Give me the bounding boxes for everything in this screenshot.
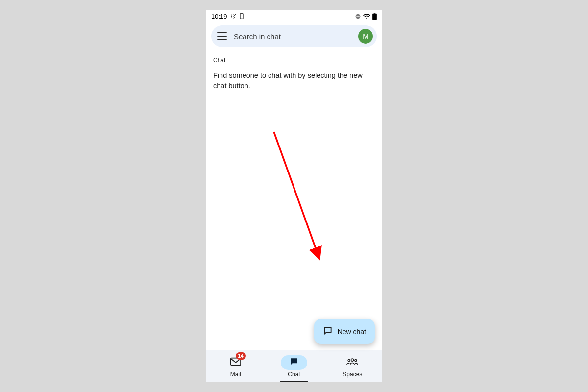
- svg-point-9: [351, 359, 354, 361]
- annotation-arrow: [206, 91, 382, 350]
- nav-chat-pill: [281, 355, 307, 370]
- search-placeholder: Search in chat: [234, 32, 351, 41]
- svg-rect-3: [356, 16, 360, 16]
- phone-frame: 10:19 Search in chat: [206, 10, 382, 382]
- empty-state-text: Find someone to chat with by selecting t…: [206, 66, 382, 91]
- svg-rect-4: [374, 13, 376, 14]
- chat-bubble-icon: [323, 326, 333, 337]
- dnd-icon: [355, 13, 361, 20]
- nav-spaces-pill: [339, 355, 366, 370]
- section-label: Chat: [206, 50, 382, 66]
- bottom-nav: 14 Mail Chat Spaces: [206, 350, 382, 382]
- new-chat-button[interactable]: New chat: [314, 319, 375, 344]
- nav-chat-label: Chat: [288, 371, 300, 378]
- nav-spaces[interactable]: Spaces: [323, 350, 382, 382]
- svg-point-11: [355, 359, 357, 361]
- chat-icon: [289, 357, 299, 368]
- mail-badge: 14: [236, 352, 246, 360]
- search-row: Search in chat M: [206, 23, 382, 50]
- status-bar: 10:19: [206, 10, 382, 23]
- svg-point-10: [348, 359, 350, 361]
- nav-chat[interactable]: Chat: [265, 350, 323, 382]
- svg-rect-5: [372, 14, 377, 20]
- nav-mail-pill: 14: [222, 355, 249, 370]
- wifi-icon: [363, 13, 370, 19]
- nav-mail-label: Mail: [230, 371, 241, 378]
- notification-icon: [239, 13, 244, 19]
- svg-line-7: [274, 132, 319, 257]
- people-icon: [346, 357, 358, 368]
- search-bar[interactable]: Search in chat M: [211, 25, 377, 47]
- alarm-icon: [230, 13, 236, 19]
- status-time: 10:19: [211, 13, 227, 20]
- avatar-initial: M: [363, 32, 368, 40]
- avatar[interactable]: M: [358, 29, 373, 44]
- menu-icon[interactable]: [217, 32, 227, 40]
- battery-icon: [372, 13, 377, 20]
- content-area: [206, 91, 382, 350]
- nav-active-underline: [280, 381, 308, 382]
- nav-mail[interactable]: 14 Mail: [206, 350, 265, 382]
- svg-rect-1: [240, 14, 243, 19]
- fab-label: New chat: [338, 328, 366, 336]
- nav-spaces-label: Spaces: [343, 371, 362, 378]
